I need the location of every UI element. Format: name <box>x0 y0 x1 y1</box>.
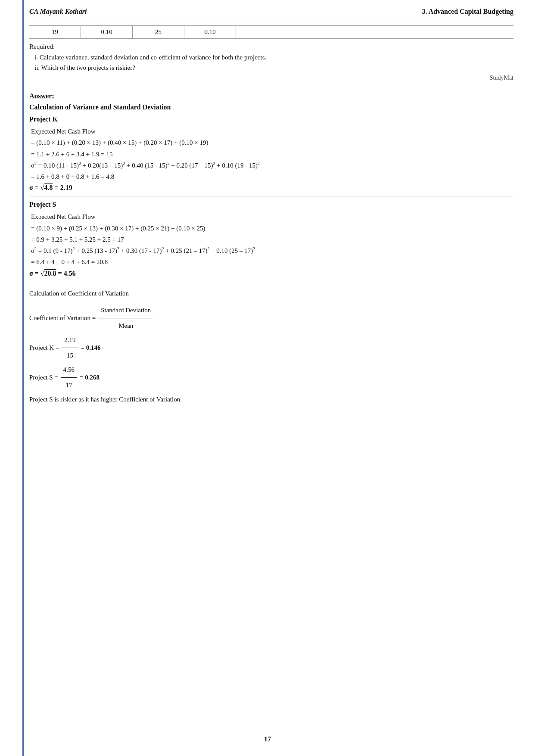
cell-0.10-2: 0.10 <box>184 26 236 38</box>
cell-19: 19 <box>29 26 81 38</box>
required-item-2: ii. Which of the two projects is riskier… <box>34 62 513 73</box>
conclusion-text: Project S is riskier as it has higher Co… <box>29 396 513 403</box>
author-name: CA Mayank Kothari <box>29 8 87 16</box>
project-s-subtitle: Expected Net Cash Flow <box>31 211 513 222</box>
required-label: Required: <box>29 43 513 50</box>
divider-2 <box>29 196 513 196</box>
chapter-title: 3. Advanced Capital Budgeting <box>422 8 513 16</box>
project-k-line1: = (0.10 × 11) + (0.20 × 13) + (0.40 × 15… <box>31 137 513 148</box>
project-k-coeff-num: 2.19 <box>62 333 78 348</box>
required-section: Required: i. Calculate variance, standar… <box>29 43 513 73</box>
project-s-coeff-num: 4.56 <box>61 363 77 378</box>
required-item-1: i. Calculate variance, standard deviatio… <box>34 52 513 62</box>
project-k-coeff-fraction: 2.19 15 <box>62 333 78 363</box>
project-s-line4: = 6.4 + 4 + 0 + 4 + 6.4 = 20.8 <box>31 256 513 268</box>
coeff-title: Calculation of Coefficient of Variation <box>29 290 513 297</box>
project-s-title: Project S <box>29 201 513 208</box>
cell-empty <box>236 26 271 38</box>
project-k-title: Project K <box>29 115 513 123</box>
answer-label: Answer: <box>29 92 513 100</box>
coeff-section: Calculation of Coefficient of Variation … <box>29 290 513 403</box>
project-k-subtitle: Expected Net Cash Flow <box>31 126 513 137</box>
project-k-coeff-prefix: Project K = <box>29 341 59 355</box>
project-s-coeff-den: 17 <box>63 378 75 392</box>
project-k-coeff-result: = 0.146 <box>81 341 101 355</box>
content-area: CA Mayank Kothari 3. Advanced Capital Bu… <box>29 0 513 403</box>
coeff-formula-prefix: Coefficient of Variation = <box>29 311 96 325</box>
answer-section: Answer: Calculation of Variance and Stan… <box>29 92 513 403</box>
project-k-coeff-den: 15 <box>64 348 76 363</box>
project-s-line1: = (0.10 × 9) + (0.25 × 13) + (0.30 × 17)… <box>31 223 513 234</box>
coeff-formula-fraction: Standard Deviation Mean <box>98 303 153 333</box>
divider-1 <box>29 86 513 86</box>
project-s-line2: = 0.9 + 3.25 + 5.1 + 5.25 + 2.5 = 17 <box>31 234 513 245</box>
cell-25: 25 <box>133 26 184 38</box>
data-table-row: 19 0.10 25 0.10 <box>29 25 513 39</box>
project-s-coeff-fraction: 4.56 17 <box>61 363 77 392</box>
page-header: CA Mayank Kothari 3. Advanced Capital Bu… <box>29 8 513 21</box>
project-s-line3: σ2 = 0.1 (9 - 17)2 + 0.25 (13 - 17)2 + 0… <box>31 245 513 256</box>
project-k-line2: = 1.1 + 2.6 + 6 + 3.4 + 1.9 = 15 <box>31 149 513 160</box>
project-s-sigma: σ = √20.8 = 4.56 <box>29 270 513 277</box>
page-number: 17 <box>264 735 271 743</box>
variance-section-title: Calculation of Variance and Standard Dev… <box>29 103 513 111</box>
page: CA Mayank Kothari 3. Advanced Capital Bu… <box>0 0 535 756</box>
project-k-coeff-line: Project K = 2.19 15 = 0.146 <box>29 333 513 363</box>
coeff-formula-line: Coefficient of Variation = Standard Devi… <box>29 303 513 333</box>
coeff-denominator-label: Mean <box>116 318 136 333</box>
project-s-coeff-line: Project S = 4.56 17 = 0.268 <box>29 363 513 392</box>
cell-0.10-1: 0.10 <box>81 26 133 38</box>
project-s-coeff-result: = 0.268 <box>80 370 100 385</box>
coeff-numerator-label: Standard Deviation <box>98 303 153 318</box>
project-s-coeff-prefix: Project S = <box>29 370 58 385</box>
left-border-decoration <box>22 0 24 756</box>
divider-3 <box>29 282 513 282</box>
studymat-label: StudyMat <box>29 75 513 81</box>
project-k-line3: σ2 = 0.10 (11 - 15)2 + 0.20(13 – 15)2 + … <box>31 160 513 171</box>
project-k-sigma: σ = √4.8 = 2.19 <box>29 184 513 192</box>
project-k-line4: = 1.6 + 0.8 + 0 + 0.8 + 1.6 = 4.8 <box>31 171 513 182</box>
